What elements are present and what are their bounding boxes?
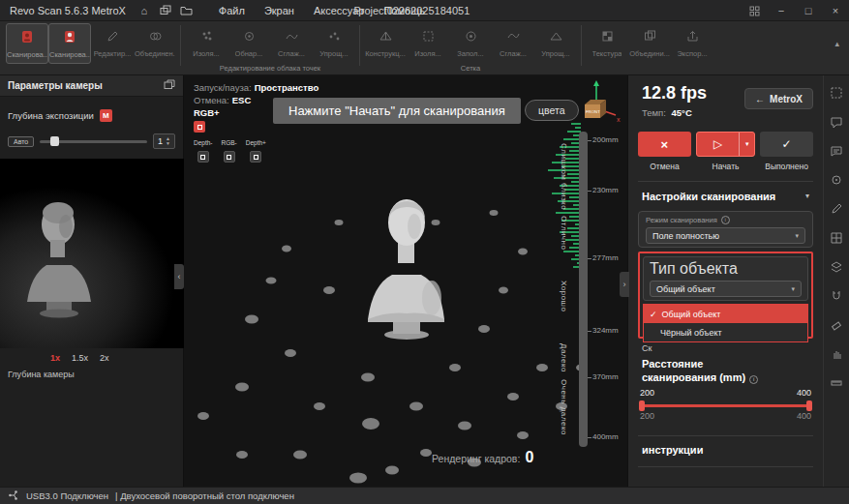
distance-slider-track[interactable] <box>640 404 811 407</box>
dropdown-option-label: Чёрный объект <box>660 328 722 338</box>
export-icon <box>685 29 700 47</box>
auto-exposure-toggle[interactable]: Авто <box>8 136 34 147</box>
ribbon-button-construct-mesh[interactable]: Конструкц... <box>364 23 407 64</box>
complete-scan-button[interactable]: ✓ <box>760 132 813 157</box>
color-tracking-pill[interactable]: цвета <box>525 100 579 121</box>
minimize-button[interactable]: − <box>768 0 795 21</box>
device-button[interactable]: ← MetroX <box>744 88 813 109</box>
start-scan-button[interactable]: ▷ ▾ <box>696 132 755 157</box>
gauge-mark-200: 200mm <box>592 135 619 144</box>
ribbon-button-label: Запол... <box>457 49 483 58</box>
detect-icon <box>242 29 257 47</box>
ribbon-collapse-icon[interactable]: ▴ <box>834 39 839 48</box>
zoom-1-5x-button[interactable]: 1.5x <box>72 353 88 363</box>
ribbon-button-label: Изоля... <box>414 49 440 58</box>
maximize-button[interactable]: □ <box>795 0 822 21</box>
distance-slider-max-handle[interactable] <box>806 400 812 411</box>
dropdown-option-black-object[interactable]: Чёрный объект <box>644 323 807 341</box>
ribbon-group-mesh: Конструкц... Изоля... Запол... Сглаж... … <box>364 23 577 74</box>
ribbon-button-smooth-mesh[interactable]: Сглаж... <box>492 23 534 64</box>
ribbon-button-align[interactable]: Объедини... <box>628 23 671 64</box>
depth-plus-toggle[interactable] <box>250 151 261 163</box>
gauge-mark-400: 400mm <box>592 432 619 441</box>
ribbon-button-smooth-points[interactable]: Сглаж... <box>270 23 313 64</box>
hint-start-key: Пространство <box>255 82 319 93</box>
gauge-mark-277: 277mm <box>592 253 619 262</box>
scanner-portrait-icon <box>62 29 77 48</box>
close-button[interactable]: × <box>822 0 849 21</box>
menu-screen[interactable]: Экран <box>255 0 304 21</box>
select-region-icon[interactable] <box>830 85 844 100</box>
panel-detach-icon[interactable] <box>164 79 175 92</box>
start-dropdown-chevron-icon[interactable]: ▾ <box>740 133 754 156</box>
manual-mode-badge[interactable]: M <box>100 109 112 122</box>
workspace-icon[interactable] <box>157 3 174 18</box>
ribbon-button-scan-portrait[interactable]: Сканирова... <box>48 23 91 64</box>
home-icon[interactable]: ⌂ <box>136 3 153 18</box>
ribbon-button-simplify-points[interactable]: Упрощ... <box>313 23 355 64</box>
grid-icon[interactable] <box>830 230 844 245</box>
settings-collapse-chevron-icon[interactable]: ▾ <box>805 192 809 200</box>
distance-gauge-bar[interactable] <box>579 132 588 447</box>
ribbon-button-merge[interactable]: Объединен... <box>134 23 176 64</box>
eraser-icon[interactable] <box>830 317 844 332</box>
info-icon[interactable]: i <box>749 375 758 384</box>
scan-mode-select[interactable]: Поле полностью ▾ <box>646 227 805 244</box>
info-icon[interactable]: i <box>721 216 730 224</box>
ribbon-button-edit[interactable]: Редактир... <box>91 23 134 64</box>
scan-mode-label: Режим сканирования <box>646 216 717 224</box>
ribbon-separator <box>180 25 181 66</box>
isolate-points-icon <box>199 29 214 47</box>
cancel-scan-button[interactable]: × <box>638 132 691 157</box>
merge-icon <box>148 29 163 47</box>
ribbon-button-fill-holes[interactable]: Запол... <box>449 23 492 64</box>
chat-icon[interactable] <box>830 143 844 158</box>
distance-slider-min-handle[interactable] <box>639 400 645 411</box>
stepper-arrows-icon[interactable]: ▲▼ <box>166 136 170 146</box>
comment-icon[interactable] <box>830 114 844 129</box>
rgb-plus-toggle[interactable] <box>194 121 205 133</box>
folder-icon[interactable] <box>178 3 196 18</box>
distance-range-slider[interactable] <box>640 400 811 411</box>
usb-status: USB3.0 Подключен <box>26 490 108 501</box>
rgb-minus-toggle[interactable] <box>224 151 235 163</box>
distance-bound-values: 200 400 <box>640 411 811 421</box>
dropdown-option-general-object[interactable]: ✓ Общий объект <box>644 305 807 323</box>
ribbon-button-detect[interactable]: Обнар... <box>227 23 270 64</box>
gauge-zone-excellent: Отлично <box>560 211 568 255</box>
exposure-slider-handle[interactable] <box>50 136 59 146</box>
ribbon-separator <box>359 25 360 66</box>
object-type-select[interactable]: Общий объект ▾ <box>650 281 802 297</box>
ribbon-button-isolate-points[interactable]: Изоля... <box>185 23 227 64</box>
ribbon-group-point-cloud: Изоля... Обнар... Сглаж... Упрощ... Реда… <box>185 23 355 74</box>
axis-x-label: x <box>617 116 621 123</box>
arrow-left-icon: ← <box>755 94 765 104</box>
ribbon-button-texture[interactable]: Текстура <box>586 23 628 64</box>
object-type-highlight-box: Тип объекта Общий объект ▾ ✓ Общий объек… <box>638 252 813 339</box>
ribbon-button-isolate-mesh[interactable]: Изоля... <box>407 23 449 64</box>
magnet-icon[interactable] <box>830 288 844 303</box>
axis-orientation-widget[interactable]: FRONT x <box>575 79 622 133</box>
collapse-left-panel-button[interactable]: ‹ <box>174 264 184 289</box>
start-scan-toast: Нажмите "Начать" для сканирования <box>273 98 521 124</box>
play-icon[interactable]: ▷ <box>697 133 740 156</box>
ribbon-button-export[interactable]: Экспор... <box>671 23 713 64</box>
expand-right-panel-button[interactable]: › <box>620 272 629 297</box>
scan-3d-viewport[interactable]: Запуск/пауза:Пространство Отмена:ESC RGB… <box>184 75 627 487</box>
pan-icon[interactable] <box>830 346 844 361</box>
ribbon-button-simplify-mesh[interactable]: Упрощ... <box>534 23 577 64</box>
zoom-2x-button[interactable]: 2x <box>100 353 109 363</box>
chevron-down-icon: ▾ <box>791 285 795 293</box>
ruler-icon[interactable] <box>830 375 844 390</box>
layers-icon[interactable] <box>830 259 844 274</box>
exposure-value-stepper[interactable]: 1 ▲▼ <box>153 133 175 149</box>
layout-grid-icon[interactable] <box>741 0 768 21</box>
depth-camera-preview[interactable] <box>0 159 184 348</box>
depth-minus-toggle[interactable] <box>197 151 209 163</box>
ribbon-button-scan[interactable]: Сканирова... <box>6 23 48 64</box>
target-icon[interactable] <box>830 172 844 187</box>
menu-file[interactable]: Файл <box>209 0 255 21</box>
zoom-1x-button[interactable]: 1x <box>50 353 60 363</box>
edit-icon[interactable] <box>830 201 844 216</box>
exposure-slider[interactable] <box>40 140 147 143</box>
